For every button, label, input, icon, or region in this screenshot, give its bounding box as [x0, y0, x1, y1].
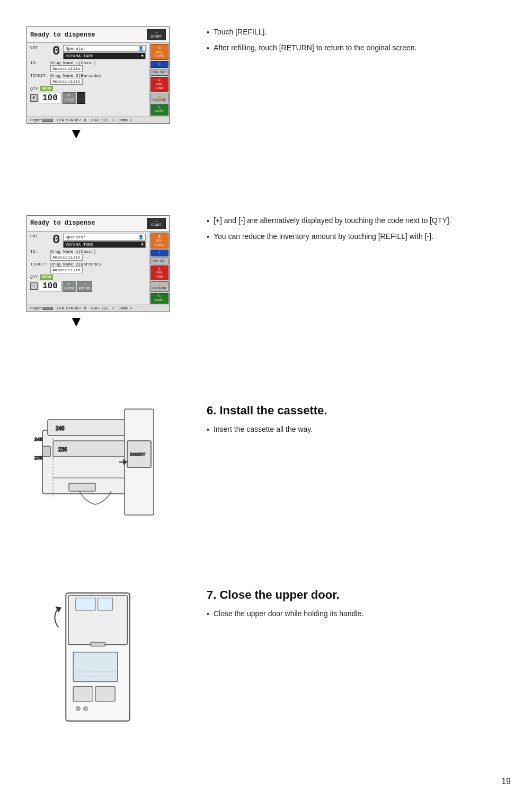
screen2-qty-label: QTY [30, 274, 38, 279]
section6-heading: 6. Install the cassette. [207, 404, 495, 418]
screen1-left: CNT 0 Operator 👤 YUYAMA TARO ▼ [27, 43, 149, 117]
screen2-good-badge: GOOD [40, 274, 53, 280]
svg-text:236: 236 [58, 447, 67, 452]
cassette-svg: 236 246 246 236 [26, 398, 164, 520]
screen1-person-btn[interactable]: 👤 [150, 61, 169, 68]
screen2-mock: Ready to dispense ◀ START CNT 0 Operator [26, 215, 170, 313]
screen1-dta-set-btn[interactable]: DTA SET [150, 69, 169, 76]
screen1-title: Ready to dispense [30, 31, 95, 39]
screen1-mock: Ready to dispense ◀ START CNT 0 Operator [26, 26, 170, 124]
screen1-drug2-label: Drug Name 2(Barcode) [50, 73, 146, 78]
screen2-release-btn[interactable]: 🔒 RELEASE [150, 281, 169, 292]
screen2-enter-btn[interactable]: 🔍 ENTER [63, 281, 76, 292]
screen2-left: CNT 0 Operator 👤 YUYAMA TARO ▼ [27, 232, 149, 305]
machine-svg [42, 588, 148, 726]
svg-text:246: 246 [34, 437, 42, 442]
screen1-release-btn[interactable]: 🔒 RELEASE [150, 93, 169, 103]
screen2-qty-row: QTY GOOD [30, 274, 146, 280]
section6-text: 6. Install the cassette. Insert the cass… [191, 393, 511, 578]
cassette-image-section: 236 246 246 236 [21, 393, 191, 578]
screen2-operator-name: YUYAMA TARO ▼ [63, 241, 146, 248]
screen2-minus-btn[interactable]: - [30, 282, 38, 290]
screen1-dta-close-btn[interactable]: ⊞ DTA CLOSE [150, 44, 169, 60]
screen2-title: Ready to dispense [30, 219, 95, 227]
screen2-operator-box: Operator 👤 [63, 234, 146, 241]
screen2-person-btn[interactable]: 👤 [150, 250, 169, 256]
screen2-dta-status: DTA STATUS: 0 [57, 306, 86, 310]
screen1-paper: Paper [30, 118, 53, 122]
screen2-maint-btn[interactable]: 🔧 MAINT [150, 293, 169, 304]
svg-text:INSERT: INSERT [130, 452, 145, 457]
screen1-ticket-label: TICKET: [30, 73, 50, 78]
svg-rect-19 [73, 652, 118, 682]
machine-image-section [21, 578, 191, 783]
screen1-right-panel: ⊞ DTA CLOSE 👤 DTA SET ⊟ CAN FIND 🔒 RELEA… [149, 43, 169, 117]
screen2-c-indicator: C [112, 307, 114, 310]
screen1-id-label: ID: [30, 60, 50, 65]
screen1-cnt-label: CNT [30, 45, 50, 50]
screen1-maint-btn[interactable]: 🔧 MAINT [150, 104, 169, 115]
screen1-qty-label: QTY [30, 86, 38, 91]
screen1-can-find-btn[interactable]: ⊟ CAN FIND [150, 77, 169, 92]
screen2-operator-label: Operator [65, 235, 85, 239]
screen1-cnt-value: 0 [52, 45, 60, 58]
screen2-person-icon2: 👤 [138, 235, 144, 239]
enter-icon2: 🔍 [65, 282, 74, 287]
screen1-operator-name: YUYAMA TARO ▼ [63, 52, 146, 59]
screen2-cnt-value: 0 [52, 234, 60, 246]
screen1-id-row: ID: Drug Name 1(Cass.) Amoxicillin [30, 60, 146, 72]
screen1-section: Ready to dispense ◀ START CNT 0 Operator [21, 16, 191, 205]
screen2-ticket-row: TICKET: Drug Name 2(Barcode) Amoxicillin [30, 262, 146, 273]
screen1-enter-btn[interactable]: 🔍 ENTER [63, 92, 76, 104]
screen1-comm: Comm 0 [119, 118, 132, 122]
screen2-footer: Paper DTA STATUS: 0 HEAT 125 C Comm 0 [27, 305, 169, 312]
text2-bullet-1: [+] and [-] are alternatively displayed … [207, 215, 495, 227]
text1-bullet-2: After refilling, touch [RETURN] to retur… [207, 42, 495, 54]
screen1-footer: Paper DTA STATUS: 0 HEAT 125 C Comm 0 [27, 117, 169, 123]
svg-point-23 [84, 707, 87, 711]
page-number: 19 [501, 777, 511, 786]
screen1-drug1-label: Drug Name 1(Cass.) [50, 60, 146, 65]
screen1-cursor-arrow: ▼ [69, 125, 84, 142]
screen1-c-indicator: C [112, 118, 114, 122]
screen2-drug1-label: Drug Name 1(Cass.) [50, 249, 146, 254]
svg-rect-21 [95, 687, 115, 702]
text1-list: Touch [REFILL]. After refilling, touch [… [207, 26, 495, 54]
screen2-action-btns: 🔍 ENTER ↩ RETURN [63, 281, 93, 292]
section7-list: Close the upper door while holding its h… [207, 608, 495, 620]
text1-bullet-1: Touch [REFILL]. [207, 26, 495, 38]
screen1-qty-row: QTY GOOD [30, 86, 146, 91]
screen1-start-btn[interactable]: ◀ START [147, 29, 166, 40]
screen2-qty-display: 100 [39, 281, 61, 291]
svg-text:236: 236 [34, 455, 42, 460]
screen1-drug2-value: Amoxicillin [50, 78, 83, 85]
screen2-return-btn[interactable]: ↩ RETURN [77, 281, 93, 292]
screen2-right-panel: ⊞ DTA CLOSE 👤 DTA SET ⊟ CAN FIND 🔒 RELEA… [149, 232, 169, 305]
svg-rect-27 [98, 598, 113, 610]
screen2-can-find-btn[interactable]: ⊟ CAN FIND [150, 265, 169, 280]
dta-icon: ⊞ [152, 46, 167, 51]
screen1-qty-display: 100 [39, 93, 61, 103]
screen1-plus-btn[interactable]: + [30, 94, 38, 102]
screen1-cnt-row: CNT 0 Operator 👤 YUYAMA TARO ▼ [30, 45, 146, 59]
screen1-action-btns: 🔍 ENTER [63, 92, 85, 104]
screen2-qty-input-row: - 100 🔍 ENTER ↩ RETURN [30, 281, 146, 292]
screen2-ticket-label: TICKET: [30, 262, 50, 267]
screen2-section: Ready to dispense ◀ START CNT 0 Operator [21, 205, 191, 393]
screen2-start-btn[interactable]: ◀ START [147, 218, 166, 229]
dta-icon2: ⊞ [152, 234, 167, 239]
screen2-dta-set-btn[interactable]: DTA SET [150, 258, 169, 264]
section6-bullet-1: Insert the cassette all the way. [207, 424, 495, 436]
screen1-good-badge: GOOD [40, 86, 53, 91]
text2-section: [+] and [-] are alternatively displayed … [191, 205, 511, 393]
screen2-drug2-value: Amoxicillin [50, 267, 83, 273]
screen2-dta-close-btn[interactable]: ⊞ DTA CLOSE [150, 233, 169, 248]
text2-bullet-2: You can reduce the inventory amount by t… [207, 231, 495, 243]
screen1-operator-label: Operator [65, 46, 85, 51]
screen2-drug1-value: Amoxicillin [50, 254, 83, 261]
screen1-body: CNT 0 Operator 👤 YUYAMA TARO ▼ [27, 43, 169, 117]
text1-section: Touch [REFILL]. After refilling, touch [… [191, 16, 511, 205]
screen2-id-label: ID: [30, 249, 50, 254]
svg-rect-26 [76, 598, 95, 610]
enter-icon: 🔍 [65, 94, 74, 98]
